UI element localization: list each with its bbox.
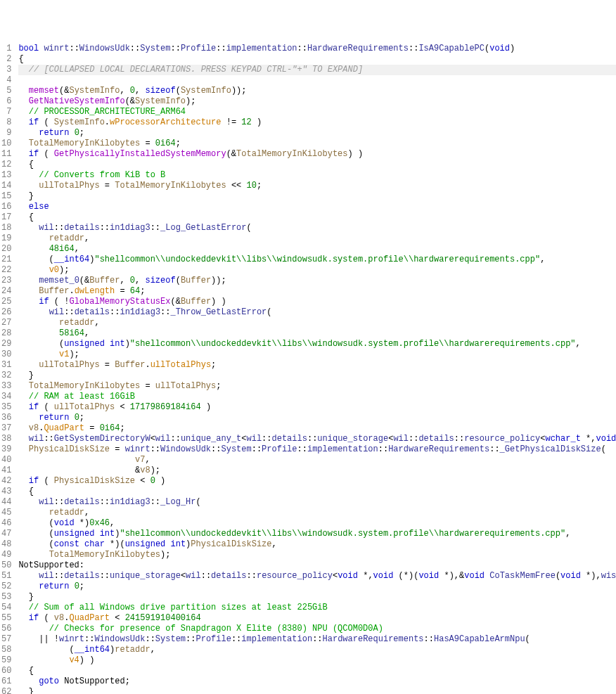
code-line[interactable]: wil::details::in1diag3::_Throw_GetLastEr… [18, 307, 616, 318]
code-line[interactable]: GetNativeSystemInfo(&SystemInfo); [18, 96, 616, 107]
line-number: 7 [1, 107, 11, 117]
code-line[interactable]: NotSupported: [18, 560, 616, 571]
line-number: 35 [1, 402, 11, 413]
code-line[interactable]: // Sum of all Windows drive partition si… [18, 603, 616, 613]
code-line[interactable]: TotalMemoryInKilobytes); [18, 550, 616, 560]
code-line[interactable]: wil::details::unique_storage<wil::detail… [18, 571, 616, 581]
code-line[interactable]: goto NotSupported; [18, 676, 616, 687]
line-number: 41 [1, 465, 11, 476]
line-number: 21 [1, 255, 11, 265]
code-line[interactable]: ullTotalPhys = Buffer.ullTotalPhys; [18, 360, 616, 371]
code-line[interactable]: } [18, 371, 616, 381]
code-line[interactable]: { [18, 212, 616, 223]
code-line[interactable]: bool winrt::WindowsUdk::System::Profile:… [18, 44, 616, 54]
code-line[interactable]: (const char *)(unsigned int)PhysicalDisk… [18, 539, 616, 550]
line-number: 27 [1, 318, 11, 328]
code-line[interactable]: 48i64, [18, 244, 616, 255]
code-line[interactable]: (unsigned int)"shellcommon\\undockeddevk… [18, 339, 616, 349]
line-number: 24 [1, 286, 11, 297]
code-line[interactable]: else [18, 202, 616, 212]
line-number: 48 [1, 539, 11, 550]
code-line[interactable]: (__int64)"shellcommon\\undockeddevkit\\l… [18, 255, 616, 265]
line-number: 62 [1, 687, 11, 694]
line-number: 44 [1, 497, 11, 508]
line-number: 37 [1, 423, 11, 434]
code-line[interactable]: if ( !GlobalMemoryStatusEx(&Buffer) ) [18, 297, 616, 307]
line-number: 17 [1, 212, 11, 223]
code-line[interactable]: memset(&SystemInfo, 0, sizeof(SystemInfo… [18, 86, 616, 96]
code-line[interactable]: return 0; [18, 581, 616, 592]
line-number: 54 [1, 603, 11, 613]
code-line[interactable]: if ( v8.QuadPart < 241591910400i64 [18, 613, 616, 624]
code-line[interactable]: (unsigned int)"shellcommon\\undockeddevk… [18, 529, 616, 539]
code-line[interactable]: { [18, 160, 616, 170]
line-number: 61 [1, 676, 11, 687]
code-line[interactable]: if ( GetPhysicallyInstalledSystemMemory(… [18, 149, 616, 160]
code-line[interactable]: // Checks for presence of Snapdragon X E… [18, 624, 616, 634]
line-number: 22 [1, 265, 11, 276]
code-line[interactable]: return 0; [18, 128, 616, 139]
code-line[interactable]: } [18, 687, 616, 694]
code-line[interactable]: PhysicalDiskSize = winrt::WindowsUdk::Sy… [18, 444, 616, 455]
code-line[interactable]: } [18, 592, 616, 603]
code-line[interactable]: v0); [18, 265, 616, 276]
code-line[interactable]: (__int64)retaddr, [18, 645, 616, 655]
line-number: 18 [1, 223, 11, 233]
code-line[interactable]: (void *)0x46, [18, 518, 616, 529]
code-line[interactable]: wil::GetSystemDirectoryW<wil::unique_any… [18, 434, 616, 444]
code-line[interactable]: // RAM at least 16GiB [18, 392, 616, 402]
line-number: 36 [1, 413, 11, 423]
code-line[interactable]: return 0; [18, 413, 616, 423]
code-line[interactable]: { [18, 487, 616, 497]
code-line[interactable]: } [18, 191, 616, 202]
code-line[interactable]: retaddr, [18, 233, 616, 244]
line-number: 26 [1, 307, 11, 318]
code-line[interactable]: v4) ) [18, 655, 616, 666]
line-number: 1 [1, 44, 11, 54]
line-number: 50 [1, 560, 11, 571]
line-number: 20 [1, 244, 11, 255]
code-line[interactable]: &v8); [18, 465, 616, 476]
code-line[interactable]: { [18, 666, 616, 676]
code-line[interactable]: retaddr, [18, 318, 616, 328]
code-line[interactable]: if ( PhysicalDiskSize < 0 ) [18, 476, 616, 487]
line-number: 28 [1, 328, 11, 339]
line-number: 13 [1, 170, 11, 181]
line-number: 40 [1, 455, 11, 465]
code-line[interactable]: wil::details::in1diag3::_Log_Hr( [18, 497, 616, 508]
line-number: 4 [1, 75, 11, 86]
line-number: 51 [1, 571, 11, 581]
code-line[interactable]: // [COLLAPSED LOCAL DECLARATIONS. PRESS … [18, 65, 616, 75]
line-number: 45 [1, 508, 11, 518]
code-line[interactable]: v8.QuadPart = 0i64; [18, 423, 616, 434]
line-number: 10 [1, 139, 11, 149]
code-line[interactable]: 58i64, [18, 328, 616, 339]
code-line[interactable]: // Converts from KiB to B [18, 170, 616, 181]
line-number: 12 [1, 160, 11, 170]
code-line[interactable]: TotalMemoryInKilobytes = 0i64; [18, 139, 616, 149]
code-line[interactable]: v7, [18, 455, 616, 465]
code-line[interactable]: Buffer.dwLength = 64; [18, 286, 616, 297]
code-line[interactable]: TotalMemoryInKilobytes = ullTotalPhys; [18, 381, 616, 392]
line-number: 25 [1, 297, 11, 307]
code-line[interactable]: wil::details::in1diag3::_Log_GetLastErro… [18, 223, 616, 233]
code-line[interactable] [18, 75, 616, 86]
line-number: 8 [1, 117, 11, 128]
code-line[interactable]: ullTotalPhys = TotalMemoryInKilobytes <<… [18, 181, 616, 191]
line-number: 56 [1, 624, 11, 634]
code-body[interactable]: bool winrt::WindowsUdk::System::Profile:… [15, 42, 616, 694]
code-line[interactable]: if ( ullTotalPhys < 17179869184i64 ) [18, 402, 616, 413]
line-number: 46 [1, 518, 11, 529]
code-line[interactable]: || !winrt::WindowsUdk::System::Profile::… [18, 634, 616, 645]
line-number: 34 [1, 392, 11, 402]
code-line[interactable]: if ( SystemInfo.wProcessorArchitecture !… [18, 117, 616, 128]
code-line[interactable]: v1); [18, 349, 616, 360]
code-line[interactable]: memset_0(&Buffer, 0, sizeof(Buffer)); [18, 276, 616, 286]
line-number: 49 [1, 550, 11, 560]
line-number-gutter: 1234567891011121314151617181920212223242… [0, 42, 15, 694]
code-view: 1234567891011121314151617181920212223242… [0, 42, 616, 694]
code-line[interactable]: { [18, 54, 616, 65]
line-number: 23 [1, 276, 11, 286]
code-line[interactable]: retaddr, [18, 508, 616, 518]
code-line[interactable]: // PROCESSOR_ARCHITECTURE_ARM64 [18, 107, 616, 117]
